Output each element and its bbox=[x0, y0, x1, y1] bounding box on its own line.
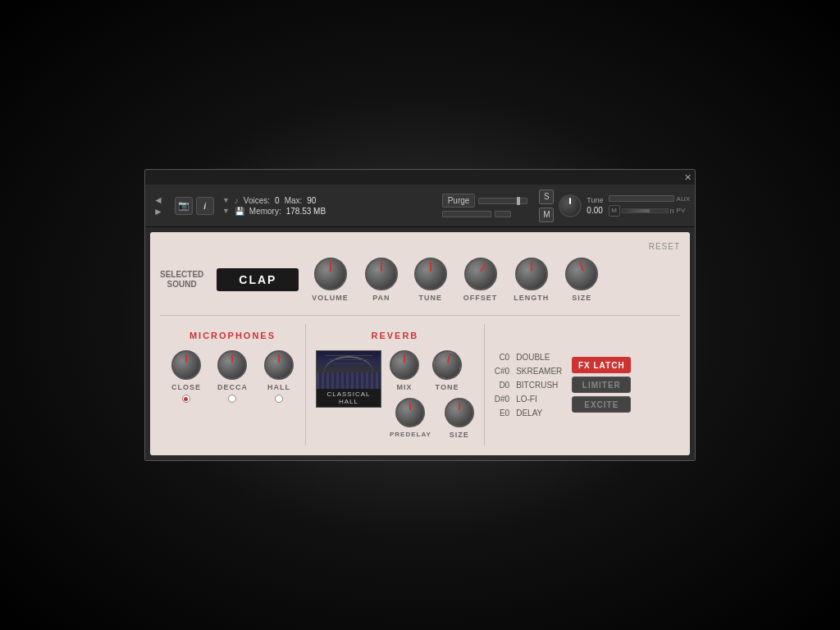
reverb-size-item: SIZE bbox=[445, 398, 474, 439]
close-mic-radio[interactable] bbox=[182, 395, 190, 403]
hall-mic-item: HALL bbox=[264, 350, 294, 403]
nav-arrows: ◄ ► bbox=[145, 185, 171, 226]
close-mic-label: CLOSE bbox=[171, 383, 201, 391]
hall-mic-label: HALL bbox=[267, 383, 290, 391]
offset-knob[interactable] bbox=[464, 258, 497, 290]
decca-mic-radio[interactable] bbox=[228, 395, 236, 403]
meter-slider[interactable] bbox=[442, 211, 491, 217]
top-bar: ◄ ► 📷 i ▼ ♪ Voices: 0 Max: 90 ▼ 💾 Memory… bbox=[145, 185, 695, 227]
reverb-predelay-knob[interactable] bbox=[395, 398, 425, 427]
sound-name-display[interactable]: CLAP bbox=[217, 268, 299, 291]
memory-value: 178.53 MB bbox=[286, 207, 326, 216]
note-c0: C0 bbox=[495, 353, 509, 362]
volume-knob-label: VOLUME bbox=[312, 294, 349, 302]
nav-right-button[interactable]: ► bbox=[152, 206, 165, 217]
voices-row: ▼ ♪ Voices: 0 Max: 90 bbox=[222, 196, 431, 205]
n-label: n bbox=[670, 207, 674, 215]
decca-mic-item: DECCA bbox=[217, 350, 248, 403]
reverb-content: CLASSICAL HALL MIX TONE bbox=[316, 350, 474, 439]
pan-knob-item: PAN bbox=[365, 258, 398, 302]
decca-mic-label: DECCA bbox=[217, 383, 248, 391]
note-d0: D0 bbox=[495, 381, 509, 390]
note-ds0: D#0 bbox=[495, 395, 509, 404]
close-mic-knob[interactable] bbox=[171, 350, 201, 380]
note-cs0: C#0 bbox=[495, 367, 509, 376]
info-icon-button[interactable]: i bbox=[196, 197, 214, 215]
close-button[interactable]: ✕ bbox=[684, 172, 692, 183]
volume-knob[interactable] bbox=[314, 258, 347, 290]
reverb-title: REVERB bbox=[316, 331, 474, 340]
pitch-slider[interactable] bbox=[622, 208, 669, 213]
voices-value: 0 bbox=[275, 196, 280, 205]
size-knob[interactable] bbox=[565, 258, 598, 290]
reverb-bottom-row: PREDELAY SIZE bbox=[390, 398, 474, 439]
title-bar: ✕ bbox=[145, 170, 695, 185]
nav-left-button[interactable]: ◄ bbox=[152, 194, 165, 206]
fx-bitcrush[interactable]: BITCRUSH bbox=[516, 381, 562, 390]
close-mic-item: CLOSE bbox=[171, 350, 201, 403]
tune-knob-item: TUNE bbox=[414, 258, 447, 302]
microphones-title: MICROPHONES bbox=[170, 331, 295, 340]
hall-mic-radio[interactable] bbox=[275, 395, 283, 403]
memory-dropdown[interactable]: ▼ bbox=[222, 207, 230, 215]
decca-mic-knob[interactable] bbox=[217, 350, 247, 380]
meter-slider-2[interactable] bbox=[495, 211, 511, 217]
tune-knob-area bbox=[559, 194, 582, 217]
midi-icon: M bbox=[609, 205, 620, 217]
hall-mic-knob[interactable] bbox=[264, 350, 294, 380]
reverb-size-knob[interactable] bbox=[445, 398, 474, 427]
fx-latch-button[interactable]: FX LATCH bbox=[572, 357, 631, 373]
length-knob-label: LENGTH bbox=[514, 294, 549, 302]
size-knob-item: SIZE bbox=[565, 258, 598, 302]
purge-button[interactable]: Purge bbox=[442, 194, 476, 208]
hall-visual bbox=[317, 351, 381, 389]
pan-knob[interactable] bbox=[365, 258, 398, 290]
length-knob[interactable] bbox=[515, 258, 548, 290]
offset-knob-item: OFFSET bbox=[463, 258, 498, 302]
reverb-tone-knob[interactable] bbox=[429, 347, 465, 383]
fx-skreamer[interactable]: SKREAMER bbox=[516, 367, 562, 376]
main-tune-knob[interactable] bbox=[414, 258, 447, 290]
size-knob-label: SIZE bbox=[572, 294, 591, 302]
fx-delay[interactable]: DELAY bbox=[516, 409, 562, 418]
pan-knob-label: PAN bbox=[372, 294, 390, 302]
hall-arch bbox=[324, 356, 373, 389]
panel-divider bbox=[160, 315, 680, 316]
aux-label: AUX bbox=[677, 195, 690, 203]
m-button[interactable]: M bbox=[539, 208, 554, 222]
reverb-tone-item: TONE bbox=[432, 350, 462, 391]
volume-slider[interactable] bbox=[478, 198, 527, 204]
mic-knobs: CLOSE DECCA HALL bbox=[170, 350, 295, 403]
voices-dropdown[interactable]: ▼ bbox=[222, 196, 230, 204]
tune-knob[interactable] bbox=[559, 194, 582, 217]
max-label: Max: bbox=[285, 196, 303, 205]
fx-double[interactable]: DOUBLE bbox=[516, 353, 562, 362]
reverb-mix-knob[interactable] bbox=[390, 350, 419, 380]
microphones-section: MICROPHONES CLOSE DECCA HALL bbox=[160, 324, 306, 445]
reverb-mix-item: MIX bbox=[390, 350, 419, 391]
level-meter-top bbox=[609, 195, 674, 202]
plugin-window: ✕ ◄ ► 📷 i ▼ ♪ Voices: 0 Max: 90 ▼ 💾 Memo… bbox=[144, 169, 696, 461]
voices-icon: ♪ bbox=[235, 196, 239, 205]
fx-lofi[interactable]: LO-FI bbox=[516, 395, 562, 404]
panel-header: RESET bbox=[160, 242, 680, 251]
reverb-caption: CLASSICAL HALL bbox=[317, 389, 381, 407]
max-value: 90 bbox=[307, 196, 316, 205]
excite-button[interactable]: EXCITE bbox=[572, 396, 631, 413]
fx-buttons-column: FX LATCH LIMITER EXCITE bbox=[572, 331, 631, 439]
reset-button[interactable]: RESET bbox=[649, 242, 680, 251]
reverb-size-label: SIZE bbox=[450, 431, 469, 439]
selected-sound-label: SELECTEDSOUND bbox=[160, 270, 203, 290]
fx-names-column: DOUBLE SKREAMER BITCRUSH LO-FI DELAY bbox=[516, 331, 562, 439]
reverb-image-selector[interactable]: CLASSICAL HALL bbox=[316, 350, 381, 408]
s-button[interactable]: S bbox=[539, 189, 554, 204]
camera-icon-button[interactable]: 📷 bbox=[175, 197, 193, 215]
memory-label: Memory: bbox=[249, 207, 281, 216]
tune-knob-label: TUNE bbox=[419, 294, 443, 302]
memory-icon: 💾 bbox=[235, 207, 244, 216]
volume-knob-item: VOLUME bbox=[312, 258, 349, 302]
memory-row: ▼ 💾 Memory: 178.53 MB bbox=[222, 207, 431, 216]
reverb-mix-label: MIX bbox=[396, 383, 412, 391]
limiter-button[interactable]: LIMITER bbox=[572, 377, 631, 393]
offset-knob-label: OFFSET bbox=[463, 294, 498, 302]
